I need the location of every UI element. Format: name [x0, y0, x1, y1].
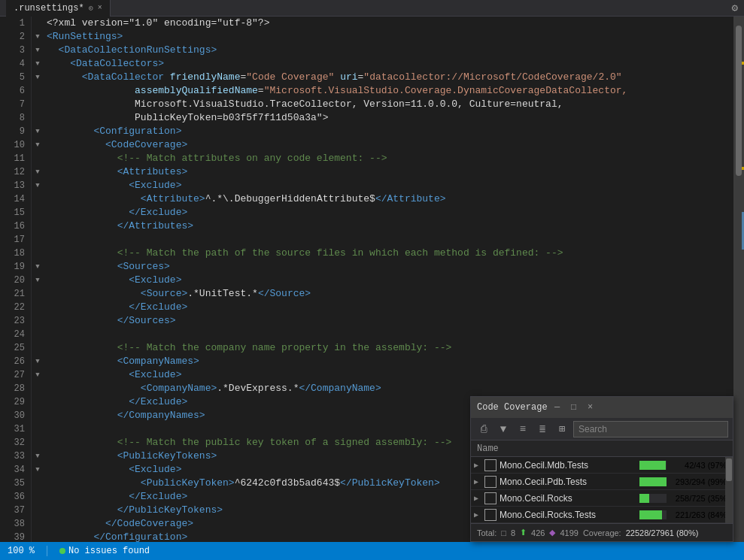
fold-marker[interactable]: ▼ — [32, 463, 44, 477]
xml-text: <?xml version="1.0" encoding="utf-8"?> — [47, 17, 269, 30]
toolbar-columns-button[interactable]: ≡ — [515, 421, 531, 437]
fold-marker[interactable]: ▼ — [32, 71, 44, 84]
line-number: 19 — [0, 260, 31, 274]
coverage-bar-fill — [639, 461, 666, 470]
xml-tag: </Exclude> — [129, 395, 187, 409]
fold-marker — [32, 314, 44, 328]
toolbar-refresh-button[interactable]: ⎙ — [475, 421, 492, 437]
fold-marker[interactable]: ▼ — [32, 450, 44, 463]
row-name: Mono.Cecil.Rocks — [500, 493, 639, 504]
xml-text — [47, 192, 141, 206]
xml-text — [47, 219, 117, 233]
coverage-bar-container: 42/43 (97%) — [639, 461, 730, 470]
xml-tag: <Attribute> — [141, 192, 205, 206]
xml-tag: </Attribute> — [375, 192, 446, 206]
fold-marker[interactable]: ▼ — [32, 57, 44, 71]
xml-tag: <Exclude> — [129, 463, 181, 477]
row-assembly-icon — [484, 509, 497, 521]
line-number: 28 — [0, 382, 31, 395]
line-number: 1 — [0, 17, 31, 30]
fold-marker — [32, 395, 44, 409]
fold-marker[interactable]: ▼ — [32, 260, 44, 274]
xml-text — [47, 138, 105, 152]
xml-text — [47, 111, 135, 125]
row-expand-icon[interactable]: ▶ — [474, 494, 484, 503]
xml-text — [47, 355, 117, 368]
diamond-icon: ◆ — [549, 528, 555, 537]
xml-text: .*DevExpress.* — [217, 382, 299, 395]
coverage-row[interactable]: ▶ Mono.Cecil.Pdb.Tests 293/294 (99%) — [471, 474, 733, 490]
coverage-row[interactable]: ▶ Mono.Cecil.Mdb.Tests 42/43 (97%) — [471, 457, 733, 474]
footer-total-label: Total: — [477, 528, 497, 537]
xml-tag: <PublicKeyTokens> — [117, 450, 217, 463]
fold-marker[interactable]: ▼ — [32, 44, 44, 57]
tab-close-button[interactable]: × — [98, 4, 102, 12]
fold-marker — [32, 247, 44, 260]
xml-text — [47, 274, 129, 287]
xml-text — [47, 84, 135, 98]
fold-marker[interactable]: ▼ — [32, 125, 44, 138]
status-text: No issues found — [68, 546, 150, 556]
coverage-bar-fill — [639, 477, 667, 486]
code-line: <Attributes> — [47, 165, 733, 179]
panel-restore-button[interactable]: □ — [567, 401, 581, 414]
xml-tag: <Attributes> — [117, 165, 188, 179]
toolbar-expand-button[interactable]: ⊞ — [554, 421, 570, 437]
xml-comment: <!-- Match the path of the source files … — [117, 247, 563, 260]
row-assembly-icon — [484, 492, 497, 504]
xml-tag: </Exclude> — [129, 206, 187, 219]
line-number: 23 — [0, 314, 31, 328]
code-line: <!-- Match the company name property in … — [47, 341, 733, 355]
fold-marker[interactable]: ▼ — [32, 30, 44, 44]
fold-marker[interactable]: ▼ — [32, 355, 44, 368]
line-number: 37 — [0, 504, 31, 517]
panel-close-button[interactable]: × — [584, 401, 597, 414]
title-bar-actions: ⚙ — [732, 2, 738, 14]
fold-marker[interactable]: ▼ — [32, 368, 44, 382]
fold-marker — [32, 409, 44, 422]
active-tab[interactable]: .runsettings* ⊙ × — [6, 0, 111, 17]
coverage-rows-scrollbar-thumb[interactable] — [726, 459, 732, 481]
fold-marker[interactable]: ▼ — [32, 138, 44, 152]
assembly-icon: □ — [501, 528, 506, 537]
coverage-search-input[interactable] — [573, 421, 728, 437]
scrollbar-thumb[interactable] — [736, 26, 742, 176]
xml-text — [47, 531, 93, 542]
line-number: 29 — [0, 395, 31, 409]
xml-tag: </Attributes> — [117, 219, 193, 233]
panel-title-buttons: — □ × — [551, 401, 597, 414]
row-expand-icon[interactable]: ▶ — [474, 477, 484, 486]
settings-icon[interactable]: ⚙ — [732, 2, 738, 14]
row-expand-icon[interactable]: ▶ — [474, 510, 484, 519]
row-name: Mono.Cecil.Rocks.Tests — [500, 510, 639, 520]
code-line: <Configuration> — [47, 125, 733, 138]
coverage-row[interactable]: ▶ Mono.Cecil.Rocks.Tests 221/263 (84%) — [471, 507, 733, 523]
toolbar-filter-button[interactable]: ▼ — [495, 421, 512, 437]
xml-tag: <CompanyName> — [141, 382, 217, 395]
line-number: 25 — [0, 341, 31, 355]
xml-tag: </CompanyName> — [299, 382, 381, 395]
code-line: <DataCollectionRunSettings> — [47, 44, 733, 57]
xml-text — [47, 165, 117, 179]
xml-tag: <PublicKeyToken> — [141, 477, 235, 490]
fold-marker[interactable]: ▼ — [32, 274, 44, 287]
line-number: 39 — [0, 531, 31, 542]
fold-marker — [32, 341, 44, 355]
fold-marker[interactable]: ▼ — [32, 179, 44, 192]
xml-tag: <RunSettings> — [47, 30, 123, 44]
code-line: <CompanyName>.*DevExpress.*</CompanyName… — [47, 382, 733, 395]
coverage-row[interactable]: ▶ Mono.Cecil.Rocks 258/725 (35%) — [471, 490, 733, 507]
line-number: 32 — [0, 436, 31, 450]
xml-text — [47, 57, 70, 71]
fold-marker — [32, 98, 44, 111]
line-number: 4 — [0, 57, 31, 71]
coverage-rows-scrollbar[interactable] — [725, 457, 733, 523]
toolbar-group-button[interactable]: ≣ — [534, 421, 551, 437]
line-number: 33 — [0, 450, 31, 463]
panel-minimize-button[interactable]: — — [551, 401, 564, 414]
row-expand-icon[interactable]: ▶ — [474, 461, 484, 470]
vertical-scrollbar[interactable] — [733, 17, 744, 542]
xml-tag: </Configuration> — [93, 531, 187, 542]
xml-attr-value: "Microsoft.VisualStudio.Coverage.Dynamic… — [264, 84, 628, 98]
fold-marker[interactable]: ▼ — [32, 165, 44, 179]
